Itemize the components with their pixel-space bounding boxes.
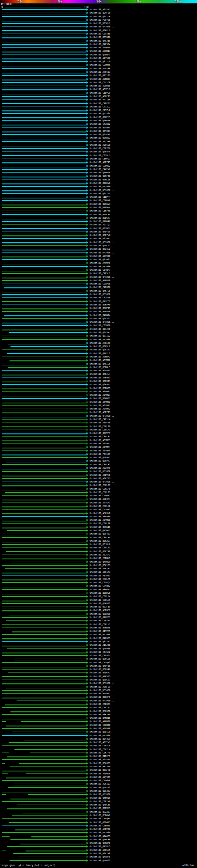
hit-bar[interactable] [5,568,87,569]
hit-bar[interactable] [2,516,87,517]
hit-bar[interactable] [2,221,87,222]
hit-bar[interactable] [2,607,87,607]
hit-bar[interactable] [9,360,87,361]
hit-bar[interactable] [2,127,87,128]
hit-bar[interactable] [2,718,87,718]
hit-label[interactable]: UniRef100_B5KPJ9 [90,307,110,310]
hit-label[interactable]: UniRef100_B3I379 [90,765,110,769]
hit-bar[interactable] [2,714,87,715]
hit-label[interactable]: UniRef100_B3DDR9 [90,387,110,390]
hit-bar[interactable] [2,252,87,253]
hit-label[interactable]: UniRef100_C8CLR9 [90,491,110,494]
hit-bar[interactable] [2,565,87,566]
hit-label[interactable]: UniRef100_A8U9R6 [90,727,110,731]
hit-bar[interactable] [2,51,87,52]
hit-label[interactable]: UniRef100_C1BVS9 [90,91,110,95]
hit-label[interactable]: UniRef100_Q5DL03 [90,678,110,682]
hit-bar[interactable] [2,12,87,13]
hit-label[interactable]: UniRef100_B3SK16 [90,526,110,529]
hit-bar[interactable] [7,756,87,756]
hit-label[interactable]: UniRef100_C9XP28 [90,282,110,286]
hit-bar[interactable] [2,235,87,236]
hit-label[interactable]: UniRef100_Q4T091 [90,130,110,133]
hit-bar[interactable] [2,697,87,698]
hit-label[interactable]: UniRef100_A6D0E8 [90,772,110,776]
hit-label[interactable]: UniRef100_B8BQN2 [90,814,110,817]
hit-bar[interactable] [2,520,87,520]
hit-label[interactable]: UniRef100_A4R555 [90,675,110,678]
hit-bar[interactable] [2,152,87,152]
hit-label[interactable]: UniRef100_B5Y3U9 [90,738,110,741]
hit-label[interactable]: UniRef100_C6TM60 [90,324,110,327]
hit-bar[interactable] [2,37,87,37]
hit-label[interactable]: UniRef100_Q2HB56 [90,119,110,123]
hit-bar[interactable] [2,266,87,267]
hit-label[interactable]: UniRef100_A9PCT9 [90,95,110,98]
hit-label[interactable]: UniRef100_C4Q6K6 [90,779,110,782]
hit-bar[interactable] [2,55,87,55]
hit-label[interactable]: UniRef100_Q4XUR6 [90,856,110,859]
hit-bar[interactable] [2,426,87,427]
hit-bar[interactable] [2,499,87,499]
hit-label[interactable]: UniRef100_B6K2U7 [90,539,110,543]
hit-label[interactable]: UniRef100_C8CLS3 [90,546,110,550]
hit-bar[interactable] [2,89,87,90]
hit-label[interactable]: UniRef100_Q75WP7 [90,529,110,532]
hit-bar[interactable] [2,318,87,319]
hit-label[interactable]: UniRef100_Q6F8F5 [90,150,110,154]
hit-label[interactable]: UniRef100_C1LQX5 [90,817,110,820]
hit-bar[interactable] [13,853,87,854]
hit-bar[interactable] [2,485,87,486]
hit-label[interactable]: UniRef100_Q5C3Y3 [90,789,110,793]
hit-bar[interactable] [2,572,87,572]
hit-label[interactable]: UniRef100_B7Z4L2 [90,248,110,251]
hit-label[interactable]: UniRef100_A5K5C5 [90,848,110,852]
hit-label[interactable]: UniRef100_B5KPX0 [90,303,110,307]
hit-bar[interactable] [10,798,87,798]
hit-label[interactable]: UniRef100_Q37H67 [90,258,110,261]
hit-label[interactable]: UniRef100_C7TZL0 [90,109,110,112]
hit-label[interactable]: UniRef100_B6QDG6 [90,591,110,595]
hit-label[interactable]: UniRef100_UP1000... [90,293,114,296]
hit-bar[interactable] [6,725,87,725]
hit-bar[interactable] [2,593,87,593]
hit-label[interactable]: UniRef100_Q6YZV4 [90,192,110,195]
hit-bar[interactable] [7,648,87,649]
hit-label[interactable]: UniRef100_Q4GIL5 [90,363,110,366]
hit-label[interactable]: UniRef100_A7EZR1 [90,567,110,570]
hit-bar[interactable] [2,655,87,656]
hit-bar[interactable] [2,489,87,489]
hit-label[interactable]: UniRef100_Q9U5L2 [90,345,110,348]
hit-bar[interactable] [2,349,87,350]
hit-bar[interactable] [2,412,87,412]
hit-bar[interactable] [2,589,87,590]
hit-label[interactable]: UniRef100_B9VP23 [90,369,110,373]
hit-label[interactable]: UniRef100_Q9V3W1 [90,331,110,334]
hit-label[interactable]: UniRef100_P41569 [90,453,110,456]
hit-bar[interactable] [2,377,87,378]
hit-bar[interactable] [2,308,87,309]
hit-bar[interactable] [2,527,87,527]
hit-label[interactable]: UniRef100_C1BPP4 [90,195,110,199]
hit-label[interactable]: UniRef100_UP1000... [90,189,114,192]
hit-label[interactable]: UniRef100_Q6P9V7 [90,383,110,386]
hit-bar[interactable] [19,763,87,764]
hit-bar[interactable] [10,839,87,840]
hit-bar[interactable] [2,190,87,191]
hit-bar[interactable] [2,662,87,663]
hit-bar[interactable] [2,207,87,208]
hit-label[interactable]: UniRef100_C5X418 [90,32,110,36]
hit-bar[interactable] [2,27,87,27]
hit-bar[interactable] [2,791,87,791]
hit-bar[interactable] [2,82,87,83]
hit-label[interactable]: UniRef100_B5G3Z6 [90,710,110,713]
hit-label[interactable]: UniRef100_C8CLR7 [90,484,110,487]
hit-bar[interactable] [2,832,87,833]
hit-bar[interactable] [2,137,87,138]
hit-label[interactable]: UniRef100_A7PI33 [90,70,110,74]
hit-bar[interactable] [2,231,87,232]
hit-label[interactable]: UniRef100_C5QN12 [90,494,110,498]
hit-bar[interactable] [2,509,87,510]
hit-label[interactable]: UniRef100_Q5E7Y8 [90,234,110,237]
hit-bar[interactable] [7,353,87,354]
